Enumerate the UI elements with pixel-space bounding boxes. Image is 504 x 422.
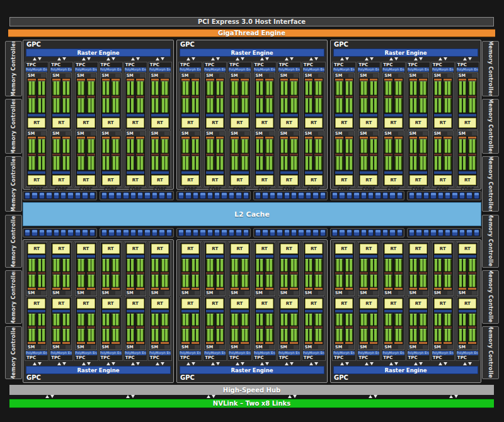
sm-block: SMRT CORE [26,130,47,188]
core-separator [280,272,289,274]
rt-core-block: RT CORE [434,118,452,128]
core-column [360,259,368,290]
up-arrow-icon [211,362,215,365]
core-separator [181,154,190,156]
core-block [151,98,159,112]
l2-slice [178,192,184,199]
dispatch-strip [206,79,214,81]
down-arrow-icon [468,362,472,365]
tpc-block: TPCPolyMorph EngineSMRT CORESMRT CORE [253,241,277,361]
cache-strip [181,171,199,174]
l2-slice [298,229,304,236]
tpc-block: TPCPolyMorph EngineSMRT CORESMRT CORE [431,241,455,361]
core-separator [112,272,120,274]
polymorph-engine-bar: PolyMorph Engine [125,351,146,355]
core-block [87,156,95,170]
tpc-label: TPC [74,355,97,360]
sm-label: SM [205,345,225,350]
core-area [26,136,47,171]
cache-strip [256,255,273,258]
core-separator [314,96,323,98]
core-block [192,329,200,341]
core-separator [127,272,135,274]
rt-core-block: RT CORE [127,118,144,128]
down-arrow-icon [419,362,423,365]
core-area [255,78,275,113]
core-block [265,259,273,271]
core-block [410,275,418,287]
down-arrow-icon [293,395,297,398]
core-block [151,156,159,170]
up-arrow-icon [340,57,344,60]
core-block [192,98,200,112]
core-area [76,313,96,345]
raster-engine-bar: Raster Engine [180,366,324,374]
memory-controller-bar: Memory Controller [482,156,499,212]
core-area [76,78,96,113]
dispatch-strip [345,342,353,344]
core-area [51,136,71,171]
memory-controller-bar: Memory Controller [5,41,22,96]
core-column [434,314,442,345]
rt-core-block: RT CORE [335,299,353,309]
cache-strip [305,255,323,258]
core-separator [112,326,120,328]
l2-slice [346,229,352,236]
core-column [241,259,249,290]
core-block [335,275,343,287]
core-block [231,259,239,271]
down-arrow-icon [216,362,220,365]
cache-strip [231,171,248,174]
rt-core-block: RT CORE [127,175,144,185]
core-block [161,275,169,287]
sm-label: SM [150,73,170,78]
core-column [370,137,378,171]
core-column [335,79,343,113]
rt-core-block: RT CORE [102,299,120,309]
core-block [77,259,85,271]
dispatch-strip [102,137,110,139]
link-arrow [414,362,423,365]
polymorph-engine-bar: PolyMorph Engine [50,67,72,72]
up-arrow-icon [438,362,442,365]
core-area [358,258,379,290]
memory-controller-label: Memory Controller [11,99,16,154]
cache-strip [256,310,273,312]
cache-strip [151,310,169,312]
core-area [334,258,354,290]
l2-slice [445,192,450,199]
core-area [279,136,299,171]
core-column [468,314,476,345]
core-separator [335,96,343,98]
core-column [360,137,368,171]
up-arrow-icon [285,57,289,60]
l2-slice [185,229,191,236]
core-area [150,258,170,290]
core-column [290,314,298,345]
l2-slice [459,192,465,199]
core-block [206,259,214,271]
sm-block: SMRT CORE [229,242,250,296]
tpc-block: TPCPolyMorph EngineSMRT CORESMRT CORE [99,241,123,361]
core-block [127,329,135,341]
core-block [136,139,144,153]
core-column [102,79,110,113]
core-area [358,136,379,171]
dispatch-strip [280,288,289,290]
core-block [345,259,353,271]
raster-engine-bar: Raster Engine [333,48,478,57]
core-area [433,313,453,345]
core-area [26,78,47,113]
core-column [28,314,36,345]
dispatch-strip [394,79,403,81]
tpc-block: TPCPolyMorph EngineSMRT CORESMRT CORE [227,62,251,188]
core-block [345,314,353,326]
down-arrow-icon [314,57,318,60]
sm-block: SMRT CORE [278,72,300,130]
core-block [384,81,392,95]
gpc-block: GPCRaster EngineTPCPolyMorph EngineSMRT … [23,40,174,190]
sm-label: SM [433,73,453,78]
core-separator [151,154,159,156]
core-block [280,314,289,326]
sm-label: SM [125,290,146,295]
